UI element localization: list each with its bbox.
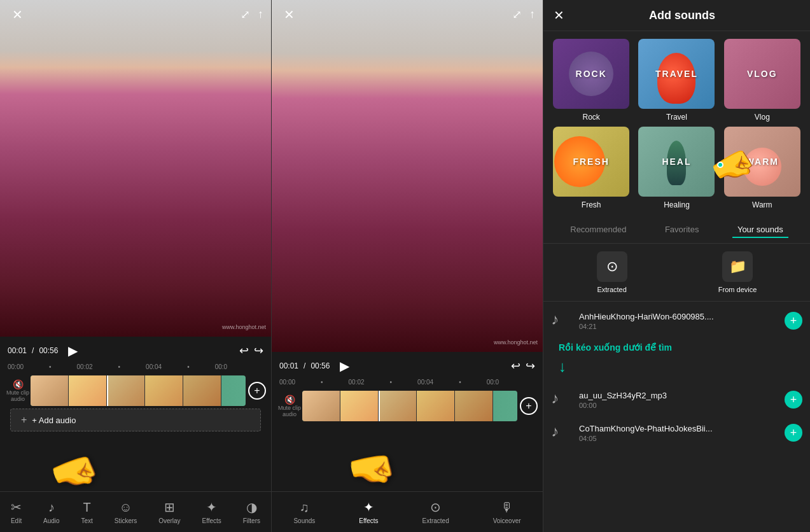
- sounds-label: Sounds: [293, 517, 315, 524]
- middle-time-total: 00:56: [311, 361, 330, 370]
- left-ruler: 00:00 • 00:02 • 00:04 • 00:0: [0, 362, 271, 372]
- heal-thumbnail: HEAL: [638, 127, 715, 197]
- stickers-icon: ☺: [119, 500, 132, 515]
- heal-label: HEAL: [662, 157, 691, 167]
- song-info-3: CoThamKhongVe-PhatHoJokesBii... 04:05: [579, 424, 777, 442]
- tab-recommended[interactable]: Recommended: [565, 222, 631, 238]
- middle-undo-button[interactable]: ↩: [511, 359, 520, 373]
- source-extracted[interactable]: ⊙ Extracted: [597, 251, 627, 293]
- middle-undo-redo: ↩ ↪: [511, 359, 535, 373]
- mid-effects-icon: ✦: [363, 500, 374, 515]
- toolbar-item-edit[interactable]: ✂ Edit: [6, 497, 27, 527]
- thumb-4: [145, 375, 183, 406]
- mid-toolbar-extracted[interactable]: ⊙ Extracted: [417, 497, 454, 527]
- toolbar-item-filters[interactable]: ◑ Filters: [238, 497, 265, 527]
- song-icon-1: ♪: [551, 311, 571, 331]
- middle-ruler: 00:00 • 00:02 • 00:04 • 00:0: [272, 377, 543, 387]
- travel-name: Travel: [666, 113, 687, 122]
- song-item-2[interactable]: ♪ au_uu_SzH34yR2_mp3 00:00 +: [543, 383, 810, 416]
- song-duration-1: 04:21: [579, 323, 777, 330]
- left-video-area: ✕ ⤢ ↑ www.honghot.net: [0, 0, 271, 337]
- sound-card-rock[interactable]: ROCK Rock: [551, 39, 631, 122]
- tab-your-sounds[interactable]: Your sounds: [732, 222, 788, 238]
- middle-export-icon[interactable]: ↑: [529, 8, 535, 22]
- mid-thumb-2: [340, 391, 379, 421]
- left-timeline: 00:01 / 00:56 ▶ ↩ ↪ 00:00 • 00:02 • 00:0…: [0, 337, 271, 491]
- vlog-name: Vlog: [755, 113, 770, 122]
- left-redo-button[interactable]: ↪: [254, 344, 263, 358]
- sound-card-heal[interactable]: HEAL Healing 🤜: [636, 127, 716, 209]
- sound-card-fresh[interactable]: FRESH Fresh: [551, 127, 631, 209]
- travel-thumb-inner: TRAVEL: [638, 39, 715, 109]
- middle-tracks: 🔇 Mute clipaudio +: [272, 387, 543, 438]
- filters-label: Filters: [243, 517, 260, 524]
- mid-toolbar-voiceover[interactable]: 🎙 Voiceover: [488, 498, 526, 527]
- song-item-1[interactable]: ♪ AnhHieuKhong-HariWon-6090985.... 04:21…: [543, 304, 810, 337]
- hand-cursor-middle: 🤜: [344, 443, 399, 496]
- fresh-thumb-inner: FRESH: [553, 127, 629, 197]
- left-export-icon[interactable]: ↑: [258, 8, 263, 22]
- mid-ruler-0: 00:00: [279, 379, 295, 386]
- left-clip[interactable]: [31, 375, 246, 406]
- toolbar-item-text[interactable]: T Text: [76, 498, 98, 527]
- left-add-clip-button[interactable]: +: [248, 382, 266, 400]
- song-add-button-2[interactable]: +: [785, 391, 802, 409]
- middle-top-icons: ⤢ ↑: [512, 8, 535, 22]
- left-undo-button[interactable]: ↩: [239, 344, 249, 358]
- mid-thumb-1: [302, 391, 340, 421]
- toolbar-item-overlay[interactable]: ⊞ Overlay: [153, 497, 185, 527]
- song-add-button-1[interactable]: +: [785, 312, 802, 330]
- sound-card-travel[interactable]: TRAVEL Travel: [636, 39, 716, 122]
- mid-toolbar-effects[interactable]: ✦ Effects: [354, 497, 383, 527]
- toolbar-item-audio[interactable]: ♪ Audio: [38, 498, 65, 527]
- overlay-label: Overlay: [158, 517, 180, 524]
- audio-icon: ♪: [48, 500, 55, 515]
- ruler-mark-0: 00:00: [8, 363, 24, 370]
- middle-close-button[interactable]: ✕: [279, 5, 298, 24]
- right-header: ✕ Add sounds: [543, 0, 810, 31]
- middle-expand-icon[interactable]: ⤢: [512, 8, 522, 22]
- middle-play-button[interactable]: ▶: [340, 358, 349, 374]
- right-panel: ✕ Add sounds ROCK Rock TRAVEL: [543, 0, 810, 532]
- effects-icon: ✦: [206, 500, 217, 515]
- left-time-current: 00:01: [8, 346, 27, 355]
- fresh-label: FRESH: [573, 157, 609, 167]
- mid-toolbar-sounds[interactable]: ♫ Sounds: [288, 498, 320, 527]
- ruler-mark-5: •: [187, 363, 190, 370]
- ruler-mark-4: 00:04: [146, 363, 162, 370]
- add-audio-button[interactable]: + + Add audio: [10, 409, 261, 431]
- overlay-icon: ⊞: [164, 500, 175, 515]
- sound-card-vlog[interactable]: VLOG Vlog: [722, 39, 802, 122]
- middle-clip[interactable]: [302, 391, 517, 421]
- song-add-button-3[interactable]: +: [785, 424, 802, 442]
- extracted-icon: ⊙: [430, 500, 441, 515]
- toolbar-item-effects[interactable]: ✦ Effects: [197, 497, 226, 527]
- tab-favorites[interactable]: Favorites: [660, 222, 704, 238]
- middle-time-current: 00:01: [279, 361, 298, 370]
- fresh-name: Fresh: [582, 200, 601, 209]
- ruler-mark-3: •: [118, 363, 121, 370]
- mid-ruler-5: •: [459, 379, 461, 386]
- thumb-3: [107, 375, 145, 406]
- mid-ruler-1: •: [321, 379, 323, 386]
- hand-area-middle: 🤜: [272, 438, 543, 489]
- left-top-icons: ⤢ ↑: [241, 8, 263, 22]
- song-item-3[interactable]: ♪ CoThamKhongVe-PhatHoJokesBii... 04:05 …: [543, 416, 810, 449]
- middle-track-label: 🔇 Mute clipaudio: [277, 395, 302, 417]
- source-from-device[interactable]: 📁 From device: [718, 251, 757, 293]
- right-close-button[interactable]: ✕: [554, 8, 564, 23]
- left-play-button[interactable]: ▶: [68, 343, 78, 358]
- voiceover-label: Voiceover: [493, 517, 521, 524]
- middle-add-clip-button[interactable]: +: [520, 397, 538, 415]
- middle-playhead: [379, 391, 380, 421]
- ruler-mark-1: •: [49, 363, 52, 370]
- middle-redo-button[interactable]: ↪: [526, 359, 535, 373]
- toolbar-item-stickers[interactable]: ☺ Stickers: [109, 498, 143, 527]
- left-close-button[interactable]: ✕: [8, 5, 27, 24]
- left-expand-icon[interactable]: ⤢: [241, 8, 250, 22]
- left-bottom-toolbar: ✂ Edit ♪ Audio T Text ☺ Stickers ⊞ Overl…: [0, 491, 271, 532]
- ruler-mark-6: 00:0: [215, 363, 227, 370]
- mid-ruler-2: 00:02: [349, 379, 365, 386]
- travel-thumbnail: TRAVEL: [638, 39, 715, 109]
- middle-thumbnails: [302, 391, 493, 421]
